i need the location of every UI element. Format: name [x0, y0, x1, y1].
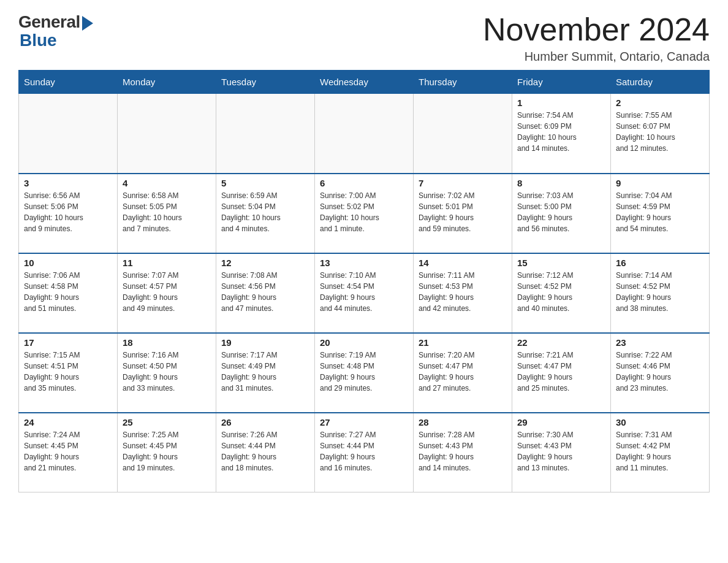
day-info: Sunrise: 7:30 AM Sunset: 4:43 PM Dayligh… [517, 429, 605, 473]
weekday-header-sunday: Sunday [19, 71, 118, 94]
day-info: Sunrise: 7:14 AM Sunset: 4:52 PM Dayligh… [616, 270, 704, 314]
day-info: Sunrise: 7:00 AM Sunset: 5:02 PM Dayligh… [320, 190, 408, 234]
calendar-day-cell: 10Sunrise: 7:06 AM Sunset: 4:58 PM Dayli… [19, 253, 118, 333]
calendar-day-cell: 27Sunrise: 7:27 AM Sunset: 4:44 PM Dayli… [315, 413, 414, 492]
calendar-day-cell [118, 94, 216, 174]
location-title: Humber Summit, Ontario, Canada [483, 50, 710, 64]
calendar-week-row: 24Sunrise: 7:24 AM Sunset: 4:45 PM Dayli… [19, 413, 710, 492]
day-number: 12 [221, 258, 309, 268]
day-info: Sunrise: 7:15 AM Sunset: 4:51 PM Dayligh… [24, 350, 112, 394]
calendar-day-cell: 20Sunrise: 7:19 AM Sunset: 4:48 PM Dayli… [315, 333, 414, 413]
weekday-header-wednesday: Wednesday [315, 71, 414, 94]
logo: General Blue [18, 12, 93, 50]
day-info: Sunrise: 7:22 AM Sunset: 4:46 PM Dayligh… [616, 350, 704, 394]
day-info: Sunrise: 6:56 AM Sunset: 5:06 PM Dayligh… [24, 190, 112, 234]
day-info: Sunrise: 6:58 AM Sunset: 5:05 PM Dayligh… [123, 190, 211, 234]
calendar-day-cell: 17Sunrise: 7:15 AM Sunset: 4:51 PM Dayli… [19, 333, 118, 413]
day-info: Sunrise: 7:19 AM Sunset: 4:48 PM Dayligh… [320, 350, 408, 394]
day-number: 3 [24, 178, 112, 188]
day-info: Sunrise: 7:08 AM Sunset: 4:56 PM Dayligh… [221, 270, 309, 314]
logo-arrow-icon [82, 16, 93, 31]
day-number: 11 [123, 258, 211, 268]
day-number: 10 [24, 258, 112, 268]
calendar-day-cell: 3Sunrise: 6:56 AM Sunset: 5:06 PM Daylig… [19, 174, 118, 253]
day-info: Sunrise: 7:02 AM Sunset: 5:01 PM Dayligh… [419, 190, 507, 234]
day-number: 4 [123, 178, 211, 188]
weekday-header-friday: Friday [512, 71, 611, 94]
day-info: Sunrise: 7:03 AM Sunset: 5:00 PM Dayligh… [517, 190, 605, 234]
day-number: 26 [221, 417, 309, 427]
calendar-day-cell: 26Sunrise: 7:26 AM Sunset: 4:44 PM Dayli… [216, 413, 315, 492]
calendar-day-cell: 8Sunrise: 7:03 AM Sunset: 5:00 PM Daylig… [512, 174, 611, 253]
calendar-day-cell [315, 94, 414, 174]
calendar-day-cell: 13Sunrise: 7:10 AM Sunset: 4:54 PM Dayli… [315, 253, 414, 333]
calendar-day-cell: 9Sunrise: 7:04 AM Sunset: 4:59 PM Daylig… [611, 174, 710, 253]
calendar-week-row: 3Sunrise: 6:56 AM Sunset: 5:06 PM Daylig… [19, 174, 710, 253]
day-number: 15 [517, 258, 605, 268]
weekday-header-row: SundayMondayTuesdayWednesdayThursdayFrid… [19, 71, 710, 94]
logo-blue-text: Blue [18, 31, 57, 50]
calendar-week-row: 1Sunrise: 7:54 AM Sunset: 6:09 PM Daylig… [19, 94, 710, 174]
calendar-day-cell: 12Sunrise: 7:08 AM Sunset: 4:56 PM Dayli… [216, 253, 315, 333]
day-info: Sunrise: 7:10 AM Sunset: 4:54 PM Dayligh… [320, 270, 408, 314]
day-number: 6 [320, 178, 408, 188]
calendar-day-cell: 18Sunrise: 7:16 AM Sunset: 4:50 PM Dayli… [118, 333, 216, 413]
logo-general-text: General [18, 12, 80, 32]
day-number: 22 [517, 337, 605, 348]
day-info: Sunrise: 7:17 AM Sunset: 4:49 PM Dayligh… [221, 350, 309, 394]
calendar-day-cell: 29Sunrise: 7:30 AM Sunset: 4:43 PM Dayli… [512, 413, 611, 492]
day-info: Sunrise: 7:24 AM Sunset: 4:45 PM Dayligh… [24, 429, 112, 473]
calendar-day-cell: 2Sunrise: 7:55 AM Sunset: 6:07 PM Daylig… [611, 94, 710, 174]
calendar-day-cell: 25Sunrise: 7:25 AM Sunset: 4:45 PM Dayli… [118, 413, 216, 492]
calendar-day-cell [414, 94, 512, 174]
day-number: 18 [123, 337, 211, 348]
calendar-day-cell: 4Sunrise: 6:58 AM Sunset: 5:05 PM Daylig… [118, 174, 216, 253]
day-info: Sunrise: 7:07 AM Sunset: 4:57 PM Dayligh… [123, 270, 211, 314]
day-number: 29 [517, 417, 605, 427]
day-info: Sunrise: 7:31 AM Sunset: 4:42 PM Dayligh… [616, 429, 704, 473]
day-number: 23 [616, 337, 704, 348]
day-number: 2 [616, 98, 704, 108]
day-info: Sunrise: 7:28 AM Sunset: 4:43 PM Dayligh… [419, 429, 507, 473]
day-number: 16 [616, 258, 704, 268]
calendar-day-cell: 24Sunrise: 7:24 AM Sunset: 4:45 PM Dayli… [19, 413, 118, 492]
day-info: Sunrise: 6:59 AM Sunset: 5:04 PM Dayligh… [221, 190, 309, 234]
day-info: Sunrise: 7:04 AM Sunset: 4:59 PM Dayligh… [616, 190, 704, 234]
calendar-day-cell: 22Sunrise: 7:21 AM Sunset: 4:47 PM Dayli… [512, 333, 611, 413]
calendar-week-row: 17Sunrise: 7:15 AM Sunset: 4:51 PM Dayli… [19, 333, 710, 413]
day-info: Sunrise: 7:06 AM Sunset: 4:58 PM Dayligh… [24, 270, 112, 314]
day-number: 7 [419, 178, 507, 188]
day-number: 1 [517, 98, 605, 108]
calendar-day-cell: 19Sunrise: 7:17 AM Sunset: 4:49 PM Dayli… [216, 333, 315, 413]
calendar-day-cell: 21Sunrise: 7:20 AM Sunset: 4:47 PM Dayli… [414, 333, 512, 413]
day-number: 25 [123, 417, 211, 427]
day-info: Sunrise: 7:16 AM Sunset: 4:50 PM Dayligh… [123, 350, 211, 394]
day-number: 19 [221, 337, 309, 348]
day-info: Sunrise: 7:25 AM Sunset: 4:45 PM Dayligh… [123, 429, 211, 473]
day-info: Sunrise: 7:55 AM Sunset: 6:07 PM Dayligh… [616, 110, 704, 154]
day-number: 14 [419, 258, 507, 268]
calendar-day-cell [19, 94, 118, 174]
day-info: Sunrise: 7:26 AM Sunset: 4:44 PM Dayligh… [221, 429, 309, 473]
day-info: Sunrise: 7:11 AM Sunset: 4:53 PM Dayligh… [419, 270, 507, 314]
calendar-day-cell: 11Sunrise: 7:07 AM Sunset: 4:57 PM Dayli… [118, 253, 216, 333]
day-info: Sunrise: 7:12 AM Sunset: 4:52 PM Dayligh… [517, 270, 605, 314]
calendar-day-cell: 30Sunrise: 7:31 AM Sunset: 4:42 PM Dayli… [611, 413, 710, 492]
calendar-week-row: 10Sunrise: 7:06 AM Sunset: 4:58 PM Dayli… [19, 253, 710, 333]
calendar-day-cell [216, 94, 315, 174]
weekday-header-monday: Monday [118, 71, 216, 94]
title-section: November 2024 Humber Summit, Ontario, Ca… [483, 12, 710, 64]
day-number: 17 [24, 337, 112, 348]
calendar-day-cell: 14Sunrise: 7:11 AM Sunset: 4:53 PM Dayli… [414, 253, 512, 333]
day-number: 21 [419, 337, 507, 348]
day-number: 8 [517, 178, 605, 188]
page-header: General Blue November 2024 Humber Summit… [18, 12, 710, 64]
day-info: Sunrise: 7:21 AM Sunset: 4:47 PM Dayligh… [517, 350, 605, 394]
day-number: 27 [320, 417, 408, 427]
calendar-day-cell: 7Sunrise: 7:02 AM Sunset: 5:01 PM Daylig… [414, 174, 512, 253]
calendar-day-cell: 28Sunrise: 7:28 AM Sunset: 4:43 PM Dayli… [414, 413, 512, 492]
day-number: 20 [320, 337, 408, 348]
day-number: 28 [419, 417, 507, 427]
calendar-table: SundayMondayTuesdayWednesdayThursdayFrid… [18, 70, 710, 492]
weekday-header-saturday: Saturday [611, 71, 710, 94]
